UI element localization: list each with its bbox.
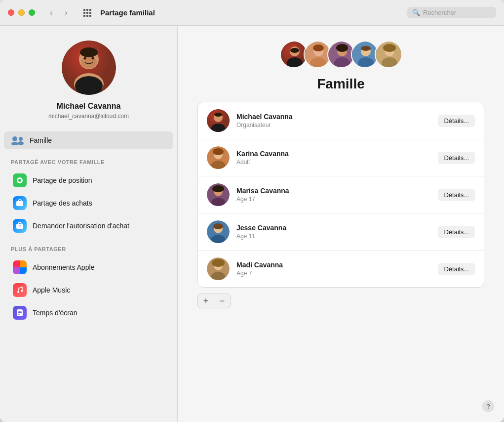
svg-rect-15 (16, 201, 23, 206)
traffic-lights (8, 9, 35, 16)
section1-label: PARTAGÉ AVEC VOTRE FAMILLE (0, 159, 177, 165)
sidebar-item-ecran[interactable]: Temps d'écran (2, 301, 175, 324)
svg-rect-27 (18, 312, 22, 313)
svg-point-57 (213, 148, 224, 155)
position-icon (13, 173, 27, 187)
abonnements-label: Abonnements Apple (33, 263, 94, 271)
member-role-karina: Adult (236, 159, 431, 166)
svg-point-24 (21, 290, 23, 292)
svg-point-7 (83, 57, 86, 60)
profile-name: Michael Cavanna (57, 102, 121, 111)
svg-point-65 (213, 223, 223, 229)
famille-label: Famille (30, 136, 52, 144)
svg-rect-28 (18, 314, 20, 315)
details-button-karina[interactable]: Détails... (438, 152, 475, 164)
sidebar-item-music[interactable]: Apple Music (2, 279, 175, 301)
svg-point-3 (81, 56, 97, 68)
forward-button[interactable]: › (60, 8, 73, 18)
sidebar-item-autorisation[interactable]: ? Demander l'autorisation d'achat (2, 214, 175, 237)
svg-rect-22 (20, 267, 27, 274)
member-row-jesse: Jesse Cavanna Age 11 Détails... (198, 213, 484, 251)
remove-member-button[interactable]: − (214, 294, 230, 308)
music-label: Apple Music (33, 286, 70, 294)
bottom-buttons: + − (197, 294, 231, 308)
family-icon-svg (11, 135, 25, 145)
achats-label: Partage des achats (33, 199, 92, 207)
add-member-button[interactable]: + (198, 294, 214, 308)
grid-button[interactable] (80, 8, 94, 18)
member-info-madi: Madi Cavanna Age 7 (236, 261, 431, 277)
window: ‹ › Partage familial 🔍 (0, 0, 504, 422)
family-avatar-madi (375, 41, 402, 68)
svg-point-33 (290, 48, 299, 53)
member-info-jesse: Jesse Cavanna Age 11 (236, 224, 431, 240)
member-avatar-karina (207, 146, 230, 169)
search-input[interactable] (423, 9, 487, 16)
member-info-karina: Karina Cavanna Adult (236, 150, 431, 166)
svg-point-9 (12, 136, 17, 141)
window-title: Partage familial (100, 8, 401, 17)
profile-section: Michael Cavanna michael_cavanna@icloud.c… (0, 36, 177, 131)
member-name-marisa: Marisa Cavanna (236, 187, 431, 195)
right-panel: Famille Michael Cava (178, 26, 504, 422)
main-content: Michael Cavanna michael_cavanna@icloud.c… (0, 26, 504, 422)
nav-buttons: ‹ › (45, 8, 73, 18)
member-avatar-michael (207, 109, 230, 132)
svg-point-14 (18, 179, 21, 182)
minimize-button[interactable] (18, 9, 25, 16)
maximize-button[interactable] (29, 9, 35, 16)
titlebar: ‹ › Partage familial 🔍 (0, 0, 504, 26)
member-row-marisa: Marisa Cavanna Age 17 Détails... (198, 176, 484, 213)
sidebar-item-abonnements[interactable]: Abonnements Apple (2, 256, 175, 279)
svg-rect-21 (13, 267, 20, 274)
ecran-label: Temps d'écran (33, 309, 78, 317)
sidebar-item-position[interactable]: Partage de position (2, 169, 175, 192)
details-button-michael[interactable]: Détails... (438, 115, 475, 127)
svg-point-6 (80, 47, 98, 57)
details-button-madi[interactable]: Détails... (438, 263, 475, 275)
svg-point-37 (313, 44, 324, 51)
svg-point-45 (361, 46, 371, 51)
sidebar-item-famille[interactable]: Famille (4, 131, 173, 149)
svg-point-23 (17, 291, 19, 293)
svg-rect-19 (13, 260, 20, 267)
grid-icon (83, 9, 91, 17)
svg-rect-20 (20, 260, 27, 267)
profile-avatar (62, 41, 116, 95)
svg-text:?: ? (19, 224, 21, 228)
details-button-jesse[interactable]: Détails... (438, 226, 475, 238)
members-list: Michael Cavanna Organisateur Détails... (197, 102, 484, 288)
member-name-madi: Madi Cavanna (236, 261, 431, 269)
svg-point-53 (214, 113, 222, 117)
member-role-michael: Organisateur (236, 122, 431, 128)
family-title: Famille (317, 76, 364, 92)
member-role-marisa: Age 17 (236, 196, 431, 203)
back-button[interactable]: ‹ (45, 8, 58, 18)
search-icon: 🔍 (412, 9, 420, 16)
svg-point-49 (383, 44, 396, 52)
member-name-michael: Michael Cavanna (236, 113, 431, 121)
svg-point-41 (336, 44, 348, 52)
search-bar[interactable]: 🔍 (407, 7, 496, 18)
member-avatar-madi (207, 257, 230, 280)
svg-point-69 (212, 259, 225, 267)
member-info-michael: Michael Cavanna Organisateur (236, 113, 431, 128)
family-avatars (280, 41, 402, 68)
svg-rect-26 (18, 311, 22, 312)
member-name-jesse: Jesse Cavanna (236, 224, 431, 232)
member-info-marisa: Marisa Cavanna Age 17 (236, 187, 431, 203)
details-button-marisa[interactable]: Détails... (438, 189, 475, 201)
autorisation-icon: ? (13, 219, 27, 233)
abonnements-icon (13, 260, 27, 274)
member-avatar-marisa (207, 183, 230, 206)
member-name-karina: Karina Cavanna (236, 150, 431, 158)
profile-email: michael_cavanna@icloud.com (48, 113, 129, 120)
member-avatar-jesse (207, 220, 230, 243)
autorisation-label: Demander l'autorisation d'achat (33, 222, 129, 230)
help-button[interactable]: ? (482, 400, 494, 412)
close-button[interactable] (8, 9, 14, 16)
music-icon (13, 283, 27, 297)
svg-point-11 (11, 142, 18, 145)
sidebar-item-achats[interactable]: Partage des achats (2, 192, 175, 214)
svg-point-10 (19, 137, 23, 141)
